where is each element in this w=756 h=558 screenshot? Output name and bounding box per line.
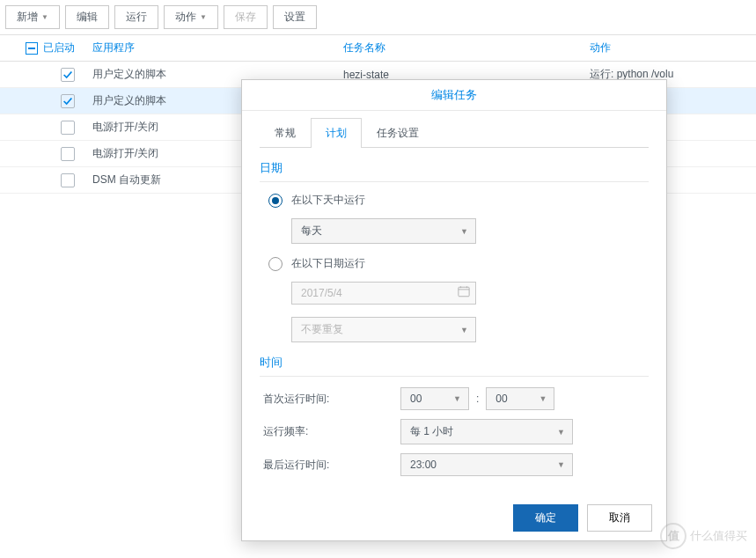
tab-task-settings[interactable]: 任务设置 bbox=[362, 118, 434, 148]
label-first-run: 首次运行时间: bbox=[260, 392, 400, 407]
edit-button[interactable]: 编辑 bbox=[65, 5, 109, 29]
tab-schedule[interactable]: 计划 bbox=[311, 118, 362, 148]
run-button[interactable]: 运行 bbox=[114, 5, 158, 29]
minus-icon bbox=[28, 48, 35, 49]
select-last-run[interactable]: 23:00▼ bbox=[400, 453, 573, 476]
section-date-title: 日期 bbox=[260, 160, 649, 182]
radio-run-on-date-label: 在以下日期运行 bbox=[291, 256, 365, 271]
select-repeat[interactable]: 不要重复 ▼ bbox=[291, 317, 476, 342]
svg-rect-0 bbox=[459, 287, 469, 297]
watermark: 值 什么值得买 bbox=[660, 523, 747, 549]
radio-run-on-date[interactable] bbox=[268, 257, 283, 271]
select-frequency[interactable]: 每 1 小时▼ bbox=[400, 419, 573, 444]
date-picker[interactable]: 2017/5/4 bbox=[291, 282, 476, 305]
toolbar: 新增▼ 编辑 运行 动作▼ 保存 设置 bbox=[0, 0, 756, 35]
select-first-hour[interactable]: 00▼ bbox=[400, 387, 469, 410]
header-checkbox[interactable] bbox=[26, 42, 38, 55]
grid-header: 已启动 应用程序 任务名称 动作 bbox=[0, 35, 756, 62]
watermark-text: 什么值得买 bbox=[690, 528, 747, 544]
caret-down-icon: ▼ bbox=[200, 13, 207, 21]
caret-down-icon: ▼ bbox=[557, 428, 565, 437]
ok-button[interactable]: 确定 bbox=[513, 504, 578, 532]
caret-down-icon: ▼ bbox=[460, 227, 468, 236]
edit-task-dialog: 编辑任务 常规 计划 任务设置 日期 在以下天中运行 每天 ▼ 在以下日期运行 … bbox=[241, 79, 667, 541]
dialog-title: 编辑任务 bbox=[242, 80, 666, 111]
new-button[interactable]: 新增▼ bbox=[5, 5, 60, 29]
select-first-min[interactable]: 00▼ bbox=[486, 387, 554, 410]
radio-run-on-days[interactable] bbox=[268, 194, 283, 208]
caret-down-icon: ▼ bbox=[539, 394, 547, 403]
caret-down-icon: ▼ bbox=[557, 460, 565, 469]
row-checkbox[interactable] bbox=[61, 68, 75, 82]
tab-general[interactable]: 常规 bbox=[260, 118, 311, 148]
label-last-run: 最后运行时间: bbox=[260, 458, 400, 473]
calendar-icon bbox=[458, 286, 470, 301]
save-button[interactable]: 保存 bbox=[224, 5, 268, 29]
caret-down-icon: ▼ bbox=[453, 394, 461, 403]
watermark-icon: 值 bbox=[660, 523, 686, 549]
settings-button[interactable]: 设置 bbox=[273, 5, 317, 29]
section-time-title: 时间 bbox=[260, 355, 649, 377]
caret-down-icon: ▼ bbox=[41, 13, 48, 21]
row-checkbox[interactable] bbox=[61, 173, 75, 187]
caret-down-icon: ▼ bbox=[460, 326, 468, 334]
col-app-label: 应用程序 bbox=[92, 40, 343, 55]
row-checkbox[interactable] bbox=[61, 147, 75, 161]
col-action-label: 动作 bbox=[590, 40, 756, 55]
col-task-label: 任务名称 bbox=[343, 40, 590, 55]
radio-run-on-days-label: 在以下天中运行 bbox=[291, 193, 365, 208]
row-checkbox[interactable] bbox=[61, 94, 75, 108]
select-days[interactable]: 每天 ▼ bbox=[291, 218, 476, 244]
actions-button[interactable]: 动作▼ bbox=[164, 5, 218, 29]
label-frequency: 运行频率: bbox=[260, 424, 400, 439]
cancel-button[interactable]: 取消 bbox=[587, 504, 652, 532]
row-checkbox[interactable] bbox=[61, 121, 75, 135]
col-enabled-label: 已启动 bbox=[43, 40, 75, 55]
dialog-tabs: 常规 计划 任务设置 bbox=[260, 118, 649, 148]
time-colon: : bbox=[476, 393, 479, 405]
